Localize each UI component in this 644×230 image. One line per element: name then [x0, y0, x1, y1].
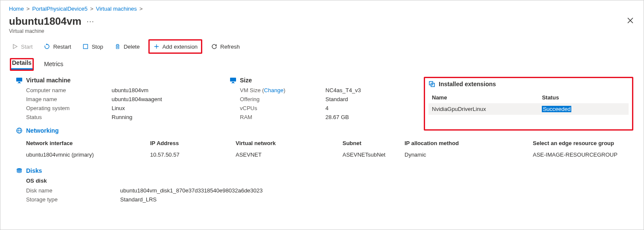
ext-name: NvidiaGpuDriverLinux [428, 103, 538, 115]
page-subtitle: Virtual machine [9, 28, 635, 34]
add-extension-button[interactable]: Add extension [151, 41, 200, 52]
size-ram-label: RAM [240, 114, 313, 120]
change-vmsize-link[interactable]: Change [264, 87, 284, 93]
start-label: Start [21, 44, 32, 50]
section-vm-header: Virtual machine [16, 77, 230, 84]
vm-computer-name-value: ubuntu1804vm [112, 87, 148, 93]
extension-icon [428, 81, 435, 87]
tab-details[interactable]: Details [11, 57, 32, 70]
size-vmsize-label: VM Size (Change) [240, 87, 313, 93]
extension-row[interactable]: NvidiaGpuDriverLinux Succeeded [428, 103, 629, 115]
net-subnet: ASEVNETsubNet [343, 149, 405, 160]
more-icon[interactable]: ··· [86, 17, 94, 26]
installed-extensions-panel: Installed extensions Name Status NvidiaG… [424, 77, 633, 131]
refresh-icon [211, 43, 218, 50]
ext-hdr-status: Status [538, 92, 629, 103]
net-vnet: ASEVNET [236, 149, 343, 160]
section-networking-title: Networking [26, 127, 59, 134]
stop-button[interactable]: Stop [80, 41, 106, 52]
delete-label: Delete [124, 44, 140, 50]
breadcrumb: Home > PortalPhysicalDevice5 > Virtual m… [9, 6, 635, 12]
refresh-button[interactable]: Refresh [208, 41, 242, 52]
svg-rect-6 [231, 83, 235, 83]
svg-rect-2 [18, 82, 20, 83]
vm-status-label: Status [26, 114, 99, 120]
svg-rect-1 [16, 78, 22, 82]
extensions-header-row: Name Status [428, 92, 629, 103]
page-title: ubuntu1804vm [9, 15, 81, 27]
svg-rect-4 [230, 78, 236, 82]
monitor-icon [16, 77, 23, 84]
vm-image-name-value: ubuntu1804waagent [112, 96, 162, 102]
tab-metrics[interactable]: Metrics [43, 58, 64, 71]
disk-name-value: ubuntu1804vm_disk1_870e37d3318540e98032a… [120, 187, 263, 194]
vm-os-label: Operating system [26, 105, 99, 111]
restart-button[interactable]: Restart [41, 41, 74, 52]
chevron-right-icon: > [27, 6, 30, 12]
size-offering-label: Offering [240, 96, 313, 102]
os-disk-title: OS disk [26, 178, 635, 184]
networking-row[interactable]: ubuntu1804vmnic (primary) 10.57.50.57 AS… [26, 149, 625, 160]
ext-status-text: Succeeded [542, 106, 571, 112]
restart-label: Restart [53, 44, 71, 50]
size-offering-value: Standard [325, 96, 348, 102]
size-vmsize-value: NC4as_T4_v3 [325, 87, 361, 93]
globe-icon [16, 127, 23, 134]
plus-icon [153, 43, 160, 50]
monitor-icon [230, 77, 236, 84]
vm-os-value: Linux [112, 105, 125, 111]
storage-type-label: Storage type [26, 196, 107, 203]
net-rg: ASE-IMAGE-RESOURCEGROUP [533, 149, 625, 160]
vm-status-value: Running [112, 114, 132, 120]
toolbar: Start Restart Stop Delete [9, 39, 635, 54]
storage-type-value: Standard_LRS [120, 196, 157, 203]
net-alloc: Dynamic [405, 149, 533, 160]
start-button[interactable]: Start [9, 41, 35, 52]
disk-icon [16, 167, 23, 174]
chevron-right-icon: > [139, 6, 143, 12]
stop-label: Stop [92, 44, 103, 50]
close-icon[interactable] [627, 17, 633, 26]
networking-header-row: Network interface IP Address Virtual net… [26, 137, 625, 149]
section-extensions-title: Installed extensions [439, 81, 496, 87]
chevron-right-icon: > [90, 6, 94, 12]
svg-rect-3 [18, 83, 21, 83]
breadcrumb-home[interactable]: Home [9, 6, 24, 12]
stop-icon [82, 43, 89, 50]
section-disks-header[interactable]: Disks [16, 167, 635, 174]
section-size-title: Size [240, 77, 252, 84]
net-hdr-vnet: Virtual network [236, 137, 343, 149]
svg-rect-0 [83, 44, 88, 49]
breadcrumb-device[interactable]: PortalPhysicalDevice5 [32, 6, 87, 12]
size-vcpus-label: vCPUs [240, 105, 313, 111]
disk-name-label: Disk name [26, 187, 107, 194]
vm-image-name-label: Image name [26, 96, 99, 102]
play-icon [12, 43, 18, 50]
net-hdr-alloc: IP allocation method [405, 137, 533, 149]
section-extensions-header: Installed extensions [428, 81, 629, 87]
breadcrumb-vms[interactable]: Virtual machines [96, 6, 137, 12]
tabs: Details Metrics [9, 58, 635, 71]
add-extension-label: Add extension [162, 44, 198, 50]
svg-rect-5 [232, 82, 234, 83]
restart-icon [44, 43, 50, 50]
refresh-label: Refresh [220, 44, 240, 50]
ext-status: Succeeded [538, 103, 629, 115]
net-nic: ubuntu1804vmnic (primary) [26, 149, 150, 160]
net-hdr-ip: IP Address [150, 137, 236, 149]
net-ip: 10.57.50.57 [150, 149, 236, 160]
trash-icon [114, 43, 121, 50]
section-disks-title: Disks [26, 167, 42, 174]
net-hdr-rg: Select an edge resource group [533, 137, 625, 149]
vm-computer-name-label: Computer name [26, 87, 99, 93]
size-ram-value: 28.67 GB [325, 114, 349, 120]
section-size-header: Size [230, 77, 414, 84]
section-vm-title: Virtual machine [26, 77, 71, 84]
net-hdr-nic: Network interface [26, 137, 150, 149]
delete-button[interactable]: Delete [112, 41, 142, 52]
ext-hdr-name: Name [428, 92, 538, 103]
size-vcpus-value: 4 [325, 105, 328, 111]
net-hdr-subnet: Subnet [343, 137, 405, 149]
